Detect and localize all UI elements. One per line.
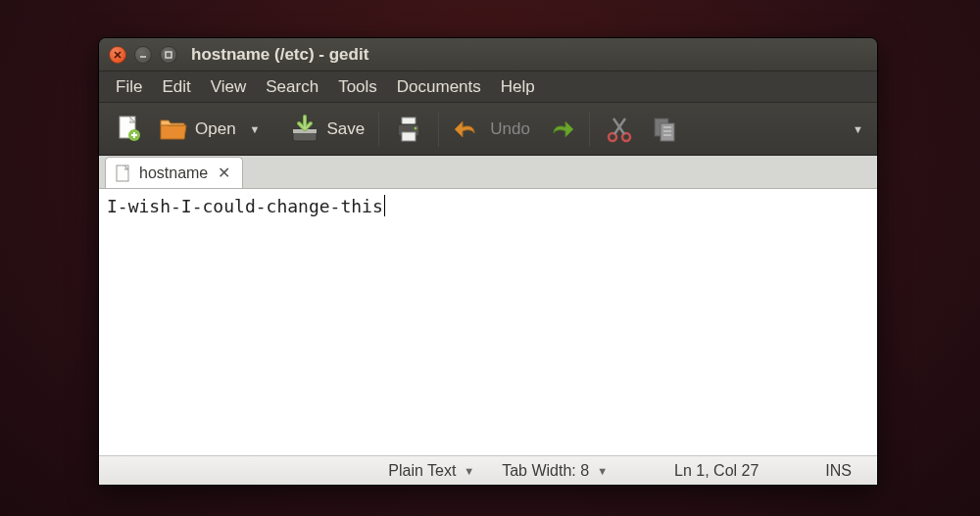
new-file-icon (113, 114, 144, 145)
print-button[interactable] (387, 110, 430, 149)
tabbar: hostname ✕ (99, 156, 877, 189)
redo-icon (544, 114, 575, 145)
menubar: File Edit View Search Tools Documents He… (99, 71, 877, 103)
insert-mode[interactable]: INS (811, 462, 865, 480)
window-controls (109, 46, 177, 64)
statusbar: Plain Text ▼ Tab Width: 8 ▼ Ln 1, Col 27… (99, 455, 877, 485)
editor-window: hostname (/etc) - gedit File Edit View S… (98, 37, 878, 486)
document-tab[interactable]: hostname ✕ (105, 157, 243, 188)
insmode-label: INS (825, 462, 852, 480)
minimize-button[interactable] (134, 46, 152, 64)
syntax-selector[interactable]: Plain Text ▼ (374, 462, 488, 480)
tab-label: hostname (139, 164, 208, 182)
text-editor[interactable]: I-wish-I-could-change-this (99, 189, 877, 455)
maximize-button[interactable] (160, 46, 177, 64)
menu-search[interactable]: Search (257, 73, 327, 101)
close-button[interactable] (109, 46, 126, 64)
window-title: hostname (/etc) - gedit (191, 45, 368, 65)
toolbar-overflow[interactable]: ▼ (847, 123, 869, 135)
undo-button[interactable]: Undo (447, 110, 536, 149)
menu-file[interactable]: File (107, 73, 151, 101)
toolbar-separator (589, 112, 590, 147)
dropdown-icon: ▼ (464, 465, 474, 477)
svg-rect-12 (402, 132, 416, 141)
syntax-label: Plain Text (388, 462, 456, 480)
undo-label: Undo (490, 119, 530, 139)
toolbar: Open ▼ Save Undo (99, 103, 877, 156)
dropdown-icon: ▼ (597, 465, 608, 477)
svg-rect-3 (166, 52, 172, 58)
save-label: Save (326, 119, 365, 139)
cut-button[interactable] (598, 110, 641, 149)
cut-icon (604, 114, 635, 145)
cursor-position: Ln 1, Col 27 (661, 462, 772, 480)
copy-button[interactable] (643, 110, 686, 149)
toolbar-separator (378, 112, 379, 147)
save-icon (289, 114, 320, 145)
menu-documents[interactable]: Documents (388, 73, 490, 101)
print-icon (393, 114, 424, 145)
tab-close-icon[interactable]: ✕ (216, 164, 232, 182)
titlebar[interactable]: hostname (/etc) - gedit (99, 38, 877, 71)
undo-icon (453, 114, 484, 145)
copy-icon (649, 114, 680, 145)
save-button[interactable]: Save (283, 110, 370, 149)
redo-button[interactable] (538, 110, 581, 149)
tabwidth-label: Tab Width: 8 (502, 462, 589, 480)
svg-point-13 (415, 126, 417, 129)
toolbar-separator (438, 112, 439, 147)
editor-content: I-wish-I-could-change-this (107, 196, 383, 216)
open-dropdown[interactable]: ▼ (244, 123, 267, 135)
menu-help[interactable]: Help (492, 73, 544, 101)
svg-rect-19 (661, 123, 674, 141)
menu-tools[interactable]: Tools (329, 73, 386, 101)
menu-view[interactable]: View (202, 73, 256, 101)
open-folder-icon (158, 114, 189, 145)
menu-edit[interactable]: Edit (153, 73, 199, 101)
tabwidth-selector[interactable]: Tab Width: 8 ▼ (488, 462, 621, 480)
text-cursor (384, 195, 385, 216)
file-icon (116, 164, 131, 182)
position-label: Ln 1, Col 27 (674, 462, 759, 480)
new-button[interactable] (107, 110, 150, 149)
open-button[interactable]: Open (152, 110, 242, 149)
open-label: Open (195, 119, 236, 139)
